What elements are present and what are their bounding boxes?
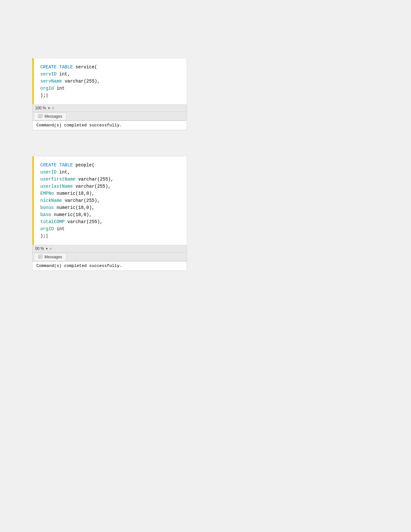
messages-tab-bar-1: Messages [32, 112, 187, 121]
code-text: numeric(18,0), [56, 205, 94, 210]
code-text: ); [40, 233, 46, 239]
keyword: servName [40, 79, 65, 84]
keyword: userlastName [40, 184, 75, 189]
code-text: varchar(255), [78, 177, 113, 182]
code-text: int, [59, 170, 70, 175]
code-line: userID int, [40, 169, 180, 176]
editor-area-2[interactable]: CREATE TABLE people( userID int, userfir… [32, 156, 187, 245]
code-line: userfirstName varchar(255), [40, 176, 180, 183]
zoom-value-1: 100 % [35, 106, 46, 110]
code-line: servID int, [40, 71, 180, 78]
code-text: numeric(18,0), [56, 191, 94, 196]
code-text: varchar(255), [65, 198, 100, 203]
code-text: varchar(255), [65, 79, 100, 84]
keyword: servID [40, 72, 59, 77]
messages-tab-bar-2: Messages [32, 252, 187, 261]
code-line: bonus numeric(18,0), [40, 204, 180, 211]
code-text: varchar(255), [67, 219, 103, 224]
result-text-2: Command(s) completed successfully. [36, 263, 122, 268]
results-area-2: Command(s) completed successfully. [32, 261, 187, 271]
keyword: orgId [40, 86, 56, 91]
editor-area-1[interactable]: CREATE TABLE service( servID int, servNa… [32, 58, 187, 104]
keyword: nickName [40, 198, 65, 203]
code-text: int [56, 86, 64, 91]
keyword: CREATE TABLE [40, 163, 75, 168]
code-line: CREATE TABLE service( [40, 64, 180, 71]
result-text-1: Command(s) completed successfully. [36, 123, 122, 128]
code-text: ); [40, 93, 46, 98]
keyword: base [40, 212, 54, 217]
code-line: servName varchar(255), [40, 78, 180, 85]
messages-tab-1[interactable]: Messages [34, 113, 66, 120]
code-text: int, [59, 72, 70, 77]
messages-icon-1 [38, 114, 43, 119]
keyword: orgID [40, 226, 56, 232]
code-text: int [56, 226, 64, 232]
code-text: numeric(18,0), [54, 212, 92, 217]
query-block-2: CREATE TABLE people( userID int, userfir… [32, 156, 187, 271]
keyword: userID [40, 170, 59, 175]
angle-icon: < [52, 106, 54, 110]
keyword: totalCOMP [40, 219, 67, 224]
results-area-1: Command(s) completed successfully. [32, 121, 187, 130]
page-container: CREATE TABLE service( servID int, servNa… [6, 6, 405, 532]
messages-icon-2 [38, 255, 43, 259]
query-block-1: CREATE TABLE service( servID int, servNa… [32, 58, 187, 130]
angle-icon-2: < [50, 247, 52, 251]
messages-label-2: Messages [44, 255, 62, 259]
code-line: nickName varchar(255), [40, 197, 180, 204]
cursor [46, 93, 48, 98]
messages-label-1: Messages [44, 114, 62, 119]
zoom-value-2: 00 % [35, 246, 44, 251]
code-line: base numeric(18,0), [40, 211, 180, 218]
code-line: ); [40, 92, 180, 99]
cursor-2 [46, 233, 48, 239]
chevron-down-icon[interactable]: ▼ [47, 106, 51, 110]
chevron-down-icon-2[interactable]: ▼ [45, 247, 48, 251]
code-line: ); [40, 232, 180, 240]
status-bar-1: 100 % ▼ < [32, 104, 187, 112]
status-bar-2: 00 % ▼ < [32, 245, 187, 252]
code-line: orgID int [40, 225, 180, 232]
keyword: EMPNo [40, 191, 56, 196]
code-line: EMPNo numeric(18,0), [40, 190, 180, 197]
keyword: CREATE TABLE [40, 64, 75, 70]
code-text: people( [75, 163, 94, 168]
code-text: varchar(255), [75, 184, 111, 189]
code-line: userlastName varchar(255), [40, 183, 180, 190]
keyword: bonus [40, 205, 56, 210]
keyword: userfirstName [40, 177, 78, 182]
messages-tab-2[interactable]: Messages [34, 253, 66, 261]
zoom-control-2: 00 % ▼ < [35, 246, 52, 251]
code-line: CREATE TABLE people( [40, 162, 180, 169]
zoom-control-1: 100 % ▼ < [35, 106, 54, 110]
code-text: service( [75, 64, 97, 70]
code-line: totalCOMP varchar(255), [40, 218, 180, 225]
code-line: orgId int [40, 85, 180, 92]
